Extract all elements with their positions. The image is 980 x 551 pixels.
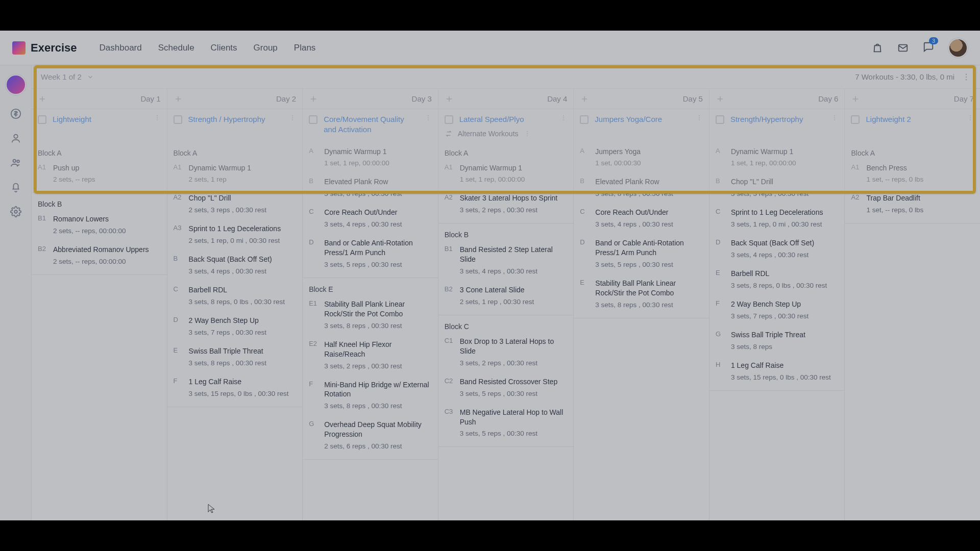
mail-icon[interactable] [897,42,909,54]
dollar-icon[interactable] [10,108,21,119]
plus-icon[interactable] [38,94,47,104]
exercise-item[interactable]: B23 Cone Lateral Slide2 sets, 1 rep , 00… [438,282,574,313]
nav-plans[interactable]: Plans [294,43,316,53]
exercise-item[interactable]: C2Band Resisted Crossover Step3 sets, 5 … [438,374,574,405]
exercise-item[interactable]: D2 Way Bench Step Up3 sets, 7 reps , 00:… [167,313,303,343]
nav-clients[interactable]: Clients [211,43,237,53]
chevron-down-icon [87,73,94,81]
bag-icon[interactable] [872,42,883,54]
svg-point-21 [527,131,528,132]
workout-title-cell[interactable]: Lightweight 2 [845,109,980,144]
exercise-item[interactable]: F1 Leg Calf Raise3 sets, 15 reps, 0 lbs … [167,374,303,405]
plus-icon[interactable] [851,94,860,104]
exercise-meta: 1 set, 1 rep, 00:00:00 [731,159,839,167]
exercise-item[interactable]: B2Abbreviated Romanov Uppers2 sets, -- r… [32,242,167,272]
exercise-item[interactable]: C1Box Drop to 3 Lateral Hops to Slide3 s… [438,334,574,374]
chat-button[interactable]: 3 [923,41,934,55]
exercise-item[interactable]: BElevated Plank Row3 sets, 8 reps , 00:3… [574,174,709,205]
exercise-item[interactable]: ESwiss Ball Triple Threat3 sets, 8 reps … [167,343,303,374]
kebab-icon[interactable] [524,130,531,137]
person-icon[interactable] [10,133,21,144]
exercise-item[interactable]: FMini-Band Hip Bridge w/ External Rotati… [303,377,438,417]
plan-menu-icon[interactable] [962,72,971,82]
exercise-item[interactable]: BElevated Plank Row3 sets, 8 reps , 00:3… [303,174,438,205]
checkbox[interactable] [309,115,317,124]
exercise-item[interactable]: A3Sprint to 1 Leg Decelerations2 sets, 1… [167,221,303,252]
workout-title-cell[interactable]: Core/Movement Quality and Activation [303,109,438,144]
exercise-item[interactable]: A1Dynamic Warmup 12 sets, 1 rep [167,160,303,191]
exercise-item[interactable]: B1Romanov Lowers2 sets, -- reps, 00:00:0… [32,211,167,242]
user-avatar[interactable] [948,38,968,58]
exercise-item[interactable]: CCore Reach Out/Under3 sets, 4 reps , 00… [303,205,438,235]
checkbox[interactable] [445,115,453,124]
exercise-item[interactable]: C3MB Negative Lateral Hop to Wall Push3 … [438,405,574,445]
exercise-item[interactable]: F2 Way Bench Step Up3 sets, 7 reps , 00:… [709,296,845,327]
exercise-item[interactable]: A2Trap Bar Deadlift1 set, -- reps, 0 lbs [845,190,980,221]
nav-schedule[interactable]: Schedule [158,43,194,53]
exercise-item[interactable]: CCore Reach Out/Under3 sets, 4 reps , 00… [574,205,709,235]
kebab-icon[interactable] [560,114,567,121]
exercise-item[interactable]: EStability Ball Plank Linear Rock/Stir t… [574,276,709,316]
group-icon[interactable] [10,157,21,168]
exercise-item[interactable]: ADynamic Warmup 11 set, 1 rep, 00:00:00 [303,144,438,174]
exercise-item[interactable]: DBack Squat (Back Off Set)3 sets, 4 reps… [709,235,845,266]
exercise-item[interactable]: GSwiss Ball Triple Threat3 sets, 8 reps [709,327,845,358]
exercise-item[interactable]: CSprint to 1 Leg Decelerations3 sets, 1 … [709,205,845,235]
exercise-item[interactable]: A2Skater 3 Lateral Hops to Sprint3 sets,… [438,190,574,221]
svg-point-22 [527,133,528,134]
rail-plan-icon[interactable] [6,74,26,95]
exercise-item[interactable]: B1Band Resisted 2 Step Lateral Slide3 se… [438,242,574,282]
bell-icon[interactable] [10,182,21,193]
workout-title-cell[interactable]: Strength/Hypertrophy [709,109,845,144]
kebab-icon[interactable] [289,114,296,121]
exercise-item[interactable]: DBand or Cable Anti-Rotation Press/1 Arm… [574,235,709,276]
checkbox[interactable] [716,115,724,124]
exercise-item[interactable]: EBarbell RDL3 sets, 8 reps, 0 lbs , 00:3… [709,266,845,296]
workout-title-cell[interactable]: Jumpers Yoga/Core [574,109,709,144]
kebab-icon[interactable] [831,114,838,121]
workout-title-cell[interactable]: Lateral Speed/Plyo Alternate Workouts [438,109,574,144]
exercise-key: B [174,255,184,275]
exercise-item[interactable]: AJumpers Yoga1 set, 00:00:30 [574,144,709,174]
week-selector[interactable]: Week 1 of 2 [41,72,94,81]
kebab-icon[interactable] [967,114,974,121]
plus-icon[interactable] [580,94,589,104]
plus-icon[interactable] [309,94,318,104]
exercise-name: 2 Way Bench Step Up [189,316,297,325]
exercise-item[interactable]: A1Push up2 sets, -- reps [32,160,167,191]
checkbox[interactable] [174,115,182,124]
kebab-icon[interactable] [425,114,432,121]
svg-point-16 [428,117,429,118]
exercise-item[interactable]: A1Dynamic Warmup 11 set, 1 rep, 00:00:00 [438,160,574,191]
gear-icon[interactable] [10,206,21,217]
exercise-item[interactable]: DBand or Cable Anti-Rotation Press/1 Arm… [303,235,438,276]
plus-icon[interactable] [716,94,725,104]
nav-dashboard[interactable]: Dashboard [100,43,142,53]
nav-group[interactable]: Group [254,43,278,53]
checkbox[interactable] [38,115,46,124]
checkbox[interactable] [580,115,589,124]
workout-title-cell[interactable]: Lightweight [32,109,167,144]
workout-title-cell[interactable]: Strength / Hypertrophy [167,109,303,144]
checkbox[interactable] [851,115,860,124]
exercise-item[interactable]: BBack Squat (Back Off Set)3 sets, 4 reps… [167,252,303,282]
exercise-item[interactable]: A2Chop "L" Drill2 sets, 3 reps , 00:30 r… [167,190,303,221]
day-header-2: Day 2 [167,89,303,109]
exercise-meta: 3 sets, 4 reps , 00:30 rest [324,220,432,228]
exercise-item[interactable]: A1Bench Press1 set, -- reps, 0 lbs [845,160,980,191]
kebab-icon[interactable] [696,114,703,121]
brand[interactable]: Exercise [12,41,77,55]
swap-icon[interactable] [445,130,453,138]
plus-icon[interactable] [445,94,454,104]
exercise-item[interactable]: E2Half Kneel Hip Flexor Raise/Reach3 set… [303,337,438,377]
exercise-key: B1 [445,245,455,275]
exercise-item[interactable]: GOverhead Deep Squat Mobility Progressio… [303,417,438,457]
exercise-item[interactable]: E1Stability Ball Plank Linear Rock/Stir … [303,296,438,337]
plus-icon[interactable] [174,94,183,104]
exercise-item[interactable]: H1 Leg Calf Raise3 sets, 15 reps, 0 lbs … [709,358,845,388]
alternate-workouts-label[interactable]: Alternate Workouts [458,130,519,138]
exercise-item[interactable]: ADynamic Warmup 11 set, 1 rep, 00:00:00 [709,144,845,174]
kebab-icon[interactable] [154,114,161,121]
exercise-item[interactable]: CBarbell RDL3 sets, 8 reps, 0 lbs , 00:3… [167,282,303,313]
exercise-item[interactable]: BChop "L" Drill3 sets, 3 reps , 00:30 re… [709,174,845,205]
